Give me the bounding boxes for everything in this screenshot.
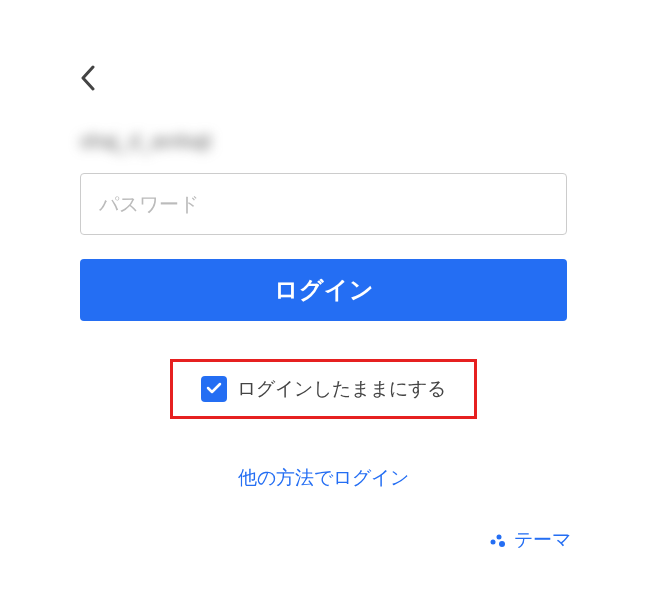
svg-point-2 [499, 541, 505, 547]
svg-point-1 [497, 535, 502, 540]
password-input[interactable] [80, 173, 567, 235]
other-login-link[interactable]: 他の方法でログイン [238, 467, 409, 488]
chevron-left-icon [80, 65, 96, 95]
keep-logged-in-container: ログインしたままにする [170, 359, 477, 419]
keep-logged-in-checkbox[interactable] [201, 376, 227, 402]
back-button[interactable] [80, 60, 120, 100]
email-display: ohaj_d_anrkajt [80, 130, 567, 153]
login-button[interactable]: ログイン [80, 259, 567, 321]
svg-point-0 [491, 540, 496, 545]
palette-icon [488, 530, 508, 550]
check-icon [206, 380, 222, 398]
keep-logged-in-label: ログインしたままにする [237, 376, 446, 402]
theme-link[interactable]: テーマ [488, 527, 571, 553]
theme-link-label: テーマ [514, 527, 571, 553]
